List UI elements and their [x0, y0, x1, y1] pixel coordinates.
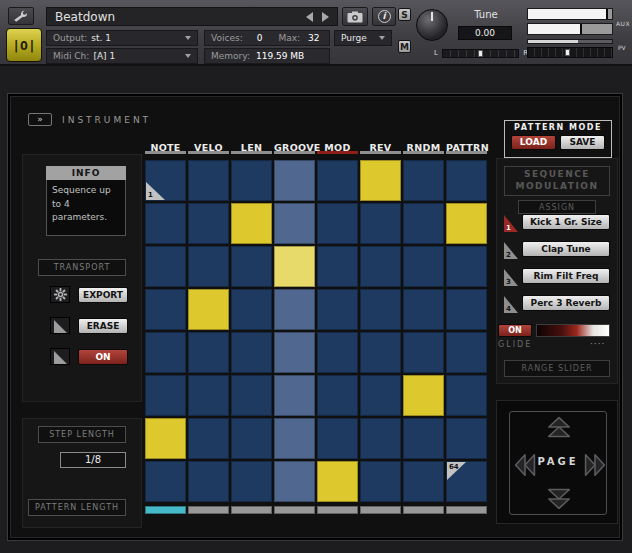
level-meter-top	[527, 8, 613, 20]
purge-label: Purge	[341, 33, 367, 43]
instrument-logo[interactable]: |O|	[6, 28, 42, 62]
next-instrument-icon[interactable]	[322, 12, 329, 22]
output-label: Output:	[53, 33, 87, 43]
meter-fill	[528, 24, 580, 34]
prev-instrument-icon[interactable]	[306, 12, 313, 22]
assign-slot-2: 2Clap Tune	[10, 241, 620, 259]
max-voices-value: 32	[308, 33, 319, 43]
page-navigator-frame: PAGE	[509, 411, 607, 515]
slot-number-marker: 4	[504, 296, 518, 313]
wrench-icon	[13, 10, 29, 22]
info-icon: i	[378, 10, 391, 23]
snapshot-camera-button[interactable]	[342, 7, 368, 26]
voices-display: Voices: 0 Max: 32	[204, 30, 330, 46]
volume-handle[interactable]	[565, 49, 570, 56]
pan-slider[interactable]: L R	[434, 46, 528, 60]
output-value: st. 1	[91, 33, 111, 43]
kontakt-instrument-header: |O| Beatdown i Output: st. 1 M	[0, 0, 632, 66]
assign-slot-3: 3Rim Filt Freq	[10, 268, 620, 286]
midi-label: Midi Ch:	[53, 51, 89, 61]
pan-left-label: L	[434, 49, 438, 57]
glide-on-button[interactable]: ON	[498, 324, 532, 337]
range-slider-label: RANGE SLIDER	[504, 360, 610, 377]
slot-number-marker: 3	[504, 269, 518, 286]
chevron-down-icon	[185, 54, 191, 58]
chevron-down-icon	[185, 36, 191, 40]
info-toggle-button[interactable]: i	[372, 7, 396, 26]
slot-number-marker: 2	[504, 242, 518, 259]
assign-slot-button-1[interactable]: Kick 1 Gr. Size	[522, 214, 610, 230]
assign-slot-button-4[interactable]: Perc 3 Reverb	[522, 295, 610, 311]
memory-value: 119.59 MB	[256, 51, 304, 61]
pv-label: PV	[618, 44, 626, 51]
tune-label: Tune	[458, 9, 514, 20]
page-up-icon[interactable]	[544, 416, 574, 438]
instrument-title-bar[interactable]: Beatdown	[46, 7, 338, 26]
pan-handle[interactable]	[478, 50, 483, 57]
assign-slot-button-3[interactable]: Rim Filt Freq	[522, 268, 610, 284]
tune-knob[interactable]	[416, 9, 448, 41]
chevron-down-icon	[379, 36, 385, 40]
assign-slot-4: 4Perc 3 Reverb	[10, 295, 620, 313]
glide-label: GLIDE	[498, 340, 532, 349]
camera-icon	[347, 11, 363, 23]
page-down-icon[interactable]	[544, 488, 574, 510]
purge-dropdown[interactable]: Purge	[334, 30, 392, 46]
solo-button[interactable]: S	[398, 8, 411, 21]
voices-value: 0	[257, 33, 263, 43]
output-dropdown[interactable]: Output: st. 1	[46, 30, 198, 46]
meter-divider	[580, 24, 582, 34]
midi-channel-dropdown[interactable]: Midi Ch: [A] 1	[46, 48, 198, 64]
aux-meter-strip	[527, 39, 613, 44]
assign-slot-button-2[interactable]: Clap Tune	[522, 241, 610, 257]
meter-divider	[606, 9, 608, 19]
knob-pointer	[431, 12, 433, 21]
edit-wrench-icon[interactable]	[8, 7, 34, 25]
memory-label: Memory:	[211, 51, 250, 61]
glide-slider[interactable]	[536, 324, 610, 337]
voices-label: Voices:	[211, 33, 243, 43]
tune-value[interactable]: 0.00	[458, 26, 512, 40]
page-navigator: PAGE	[496, 400, 618, 524]
page-label: PAGE	[510, 456, 606, 467]
pan-track[interactable]	[442, 49, 519, 58]
instrument-panel: » INSTRUMENT NOTEVELOLENGROOVEMODREVRNDM…	[8, 94, 622, 540]
logo-glyph: |O|	[12, 38, 35, 53]
aux-label: AUX	[616, 20, 630, 27]
kontakt-window: |O| Beatdown i Output: st. 1 M	[0, 0, 632, 553]
instrument-title: Beatdown	[55, 10, 115, 24]
glide-dots-icon: ····	[590, 339, 605, 349]
level-meter-bottom	[527, 23, 613, 35]
memory-display: Memory: 119.59 MB	[204, 48, 330, 64]
midi-value: [A] 1	[93, 51, 115, 61]
mute-button[interactable]: M	[398, 40, 411, 53]
assign-slot-1: 1Kick 1 Gr. Size	[10, 214, 620, 232]
meter-fill	[528, 9, 606, 19]
volume-slider[interactable]	[527, 47, 613, 58]
slot-number-marker: 1	[504, 215, 518, 232]
max-voices-label: Max:	[278, 33, 300, 43]
